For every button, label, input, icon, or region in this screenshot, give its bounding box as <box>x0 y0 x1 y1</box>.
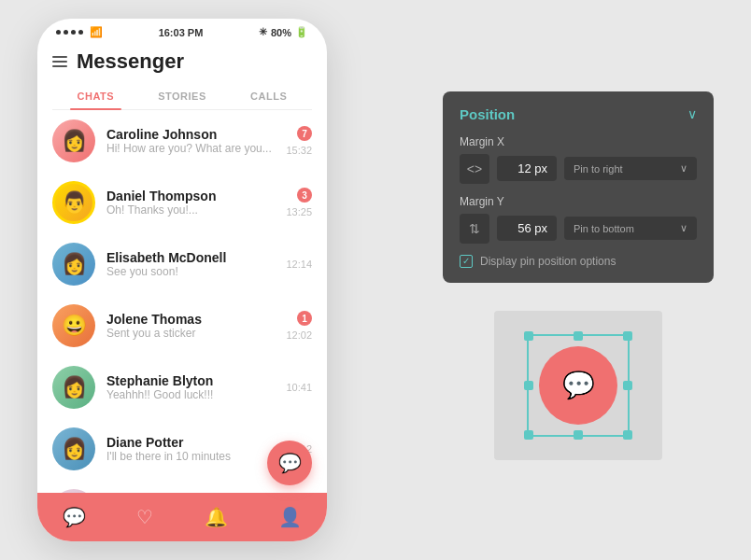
chat-list: 👩 Caroline Johnson Hi! How are you? What… <box>37 110 327 493</box>
nav-chat-icon[interactable]: 💬 <box>63 506 86 528</box>
chat-info: Jolene Thomas Sent you a sticker <box>106 312 275 340</box>
margin-y-label: Margin Y <box>460 195 697 208</box>
handle-bottom-left[interactable] <box>524 430 533 440</box>
margin-x-row: Margin X <> 12 px Pin to right ∨ <box>460 135 697 184</box>
widget-chat-button[interactable]: 💬 <box>539 346 617 425</box>
app-title: Messenger <box>77 49 184 74</box>
status-time: 16:03 PM <box>159 27 204 38</box>
bluetooth-icon: ✳ <box>259 26 267 38</box>
chat-item[interactable]: 👩 Caroline Johnson Hi! How are you? What… <box>37 110 327 172</box>
up-down-arrows-icon: ⇅ <box>469 221 480 236</box>
chat-name: Stephanie Blyton <box>106 373 275 388</box>
margin-x-arrow-button[interactable]: <> <box>460 154 489 184</box>
battery-level: 80% <box>271 27 291 38</box>
handle-middle-left[interactable] <box>524 381 533 390</box>
chat-item[interactable]: 👩 Elisabeth McDonell See you soon! 12:14 <box>37 233 327 295</box>
chat-preview: Yeahhh!! Good luck!!! <box>106 388 275 401</box>
pin-right-chevron: ∨ <box>680 162 687 175</box>
tab-chats[interactable]: CHATS <box>52 83 139 109</box>
status-left: 📶 <box>56 26 103 38</box>
signal-dot-4 <box>78 30 83 35</box>
chat-info: Daniel Thompson Oh! Thanks you!... <box>106 189 275 217</box>
arrows-icon: <> <box>467 161 482 176</box>
margin-y-controls: ⇅ 56 px Pin to bottom ∨ <box>460 214 697 244</box>
chat-name: Jolene Thomas <box>106 312 275 327</box>
bottom-navigation: 💬 ♡ 🔔 👤 <box>37 493 327 541</box>
nav-heart-icon[interactable]: ♡ <box>136 506 153 528</box>
menu-title-row: Messenger <box>52 49 312 74</box>
selection-box: 💬 <box>527 334 630 437</box>
phone-mockup: 📶 16:03 PM ✳ 80% 🔋 Messenger CHATS STORI… <box>37 19 327 541</box>
chat-time: 13:25 <box>286 206 312 217</box>
status-bar: 📶 16:03 PM ✳ 80% 🔋 <box>37 19 327 42</box>
battery-icon: 🔋 <box>295 26 308 38</box>
avatar: 👩 <box>52 119 95 162</box>
chat-info: Elisabeth McDonell See you soon! <box>106 250 275 278</box>
chat-name: Caroline Johnson <box>106 127 275 142</box>
handle-top-right[interactable] <box>623 331 632 341</box>
nav-bell-icon[interactable]: 🔔 <box>205 506 228 528</box>
chat-preview: See you soon! <box>106 265 275 278</box>
margin-y-row: Margin Y ⇅ 56 px Pin to bottom ∨ <box>460 195 697 244</box>
chat-meta: 3 13:25 <box>286 188 312 217</box>
avatar: 👩 <box>52 366 95 409</box>
right-panel: Position ∨ Margin X <> 12 px Pin to righ… <box>443 91 714 469</box>
unread-badge: 7 <box>297 126 312 141</box>
unread-badge: 1 <box>297 311 312 326</box>
tab-stories[interactable]: STORIES <box>139 83 226 109</box>
tab-calls[interactable]: CALLS <box>225 83 312 109</box>
display-pin-checkbox[interactable] <box>460 255 473 268</box>
avatar: 👩 <box>52 243 95 286</box>
app-header: Messenger CHATS STORIES CALLS <box>37 42 327 110</box>
handle-top-middle[interactable] <box>574 331 583 341</box>
pin-bottom-dropdown[interactable]: Pin to bottom ∨ <box>564 217 697 240</box>
unread-badge: 3 <box>297 188 312 203</box>
handle-bottom-right[interactable] <box>623 430 632 440</box>
display-pin-label: Display pin position options <box>480 255 616 268</box>
margin-y-value: 56 px <box>497 216 557 241</box>
chat-time: 12:14 <box>286 259 312 270</box>
position-title: Position <box>460 106 515 122</box>
pin-right-dropdown[interactable]: Pin to right ∨ <box>564 157 697 180</box>
widget-preview: 💬 <box>485 301 672 469</box>
pin-right-label: Pin to right <box>574 163 623 175</box>
chat-meta: 7 15:32 <box>286 126 312 156</box>
chat-name: Daniel Thompson <box>106 189 275 203</box>
fab-chat-icon: 💬 <box>278 452 302 474</box>
hamburger-menu[interactable] <box>52 56 67 67</box>
chat-item[interactable]: 👩 Stephanie Blyton Yeahhh!! Good luck!!!… <box>37 357 327 418</box>
chat-bubble-icon: 💬 <box>562 370 595 400</box>
chat-time: 10:41 <box>286 382 312 393</box>
handle-middle-right[interactable] <box>623 381 632 390</box>
handle-top-left[interactable] <box>524 331 533 341</box>
display-pin-options-row: Display pin position options <box>460 255 697 268</box>
chat-info: Caroline Johnson Hi! How are you? What a… <box>106 127 275 155</box>
margin-x-controls: <> 12 px Pin to right ∨ <box>460 154 697 184</box>
chat-name: Elisabeth McDonell <box>106 250 275 265</box>
nav-profile-icon[interactable]: 👤 <box>278 506 302 528</box>
signal-dot-2 <box>64 30 68 35</box>
chat-time: 12:02 <box>286 329 312 341</box>
avatar: 👩 <box>52 427 95 470</box>
margin-y-arrow-button[interactable]: ⇅ <box>460 214 489 244</box>
chat-info: Diane Potter I'll be there in 10 minutes <box>106 435 275 463</box>
chat-preview: I'll be there in 10 minutes <box>106 450 275 463</box>
position-collapse-button[interactable]: ∨ <box>687 106 697 121</box>
wifi-icon: 📶 <box>90 26 103 38</box>
chat-item[interactable]: 😀 Jolene Thomas Sent you a sticker 1 12:… <box>37 295 327 357</box>
position-card-header: Position ∨ <box>460 106 697 122</box>
position-card: Position ∨ Margin X <> 12 px Pin to righ… <box>443 91 714 283</box>
status-right: ✳ 80% 🔋 <box>259 26 308 38</box>
chat-time: 15:32 <box>286 145 312 156</box>
fab-button[interactable]: 💬 <box>267 441 312 485</box>
chat-preview: Hi! How are you? What are you... <box>106 142 275 155</box>
chat-meta: 1 12:02 <box>286 311 312 341</box>
chat-preview: Sent you a sticker <box>106 327 275 340</box>
chat-item[interactable]: 👨 Daniel Thompson Oh! Thanks you!... 3 1… <box>37 172 327 233</box>
margin-x-value: 12 px <box>497 156 557 181</box>
handle-bottom-middle[interactable] <box>574 430 583 440</box>
avatar: 👤 <box>52 489 95 493</box>
pin-bottom-chevron: ∨ <box>680 222 687 234</box>
signal-dot-3 <box>71 30 76 35</box>
chat-meta: 12:14 <box>286 259 312 270</box>
